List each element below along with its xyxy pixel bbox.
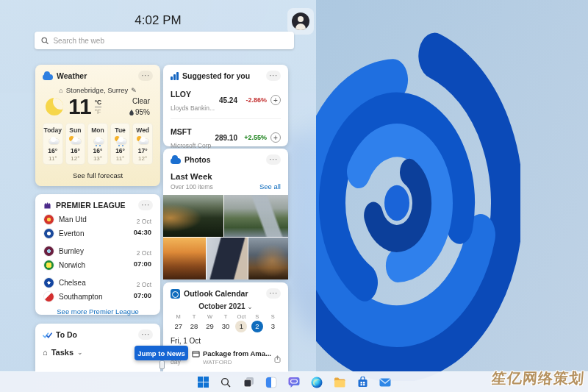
search-bar[interactable] [35,32,294,49]
todo-check-icon [43,331,52,339]
see-all-link[interactable]: See all [259,182,281,190]
taskbar-search-button[interactable] [217,374,234,391]
forecast-day[interactable]: Tue 16° 11° [110,123,131,165]
edit-location-icon[interactable]: ✎ [131,87,137,94]
widget-title: Weather [57,71,87,80]
clock: 4:02 PM [0,13,316,28]
stocks-widget[interactable]: Suggested for you ··· LLOY Lloyds Bankin… [163,65,288,146]
weather-condition: Clear [132,97,150,105]
chevron-down-icon: ⌄ [77,349,83,356]
search-icon [220,377,231,388]
see-full-forecast-link[interactable]: See full forecast [43,171,153,179]
humidity-droplet-icon [129,110,134,115]
todo-menu-button[interactable]: ··· [138,329,153,340]
microsoft-store-button[interactable] [354,374,371,391]
sun-cloud-icon [69,136,81,145]
weather-location[interactable]: ⌂ Stonebridge, Surrey ✎ [43,86,153,94]
add-to-watchlist-button[interactable]: + [270,132,281,143]
add-to-watchlist-button[interactable]: + [270,95,281,105]
folder-icon [334,377,345,388]
calendar-date[interactable]: 30 [220,321,232,332]
sun-rain-icon [115,136,126,145]
premier-league-widget[interactable]: PREMIER LEAGUE ··· Man Utd Everton 2 Oct… [35,194,160,315]
photos-menu-button[interactable]: ··· [266,154,281,165]
photos-widget[interactable]: Photos ··· Last Week Over 100 items See … [163,149,288,279]
forecast-day[interactable]: Mon 16° 13° [87,123,108,165]
widget-title: Suggested for you [182,71,250,80]
photo-thumbnail[interactable] [224,195,288,237]
package-icon [192,349,200,357]
photo-thumbnail[interactable] [207,238,248,279]
photo-thumbnail[interactable] [248,238,288,279]
stocks-menu-button[interactable]: ··· [266,71,281,81]
task-view-button[interactable] [240,374,257,391]
forecast-row: Today 16° 11° Sun 16° 12° Mon 16° 13° [43,123,153,165]
jump-to-news-button[interactable]: Jump to News [135,346,188,360]
widget-title: Photos [184,155,211,164]
cloudy-icon [47,136,59,145]
man-utd-crest-icon [44,215,54,224]
stock-row[interactable]: LLOY Lloyds Bankin... 45.24 -2.86% + [171,87,281,113]
rain-cloud-icon [92,136,104,145]
windows-start-icon [198,377,209,388]
search-icon [41,37,49,45]
edge-icon [311,377,323,388]
album-count: Over 100 items [171,183,213,190]
photo-mosaic [163,195,288,279]
southampton-crest-icon [44,292,54,302]
share-icon[interactable] [274,355,281,363]
album-title: Last Week [171,172,212,181]
widgets-button[interactable] [262,374,280,391]
task-view-icon [243,377,254,388]
calendar-menu-button[interactable]: ··· [266,288,281,299]
weather-cloud-icon [43,74,53,80]
fixture-row[interactable]: Man Utd Everton 2 Oct 04:30 [43,210,153,242]
fixture-row[interactable]: Burnley Norwich 2 Oct 07:00 [43,242,153,274]
cursor-beam [159,360,165,369]
weather-widget[interactable]: Weather ··· ⌂ Stonebridge, Surrey ✎ 11 °… [35,65,160,186]
watermark: 笙亿网络策划 [491,368,585,388]
widgets-icon [265,377,277,388]
stock-chart-icon [171,72,179,80]
forecast-day[interactable]: Sun 16° 12° [65,123,86,165]
fahrenheit-toggle[interactable]: °F [95,108,102,115]
stock-row[interactable]: MSFT Microsoft Corp 289.10 +2.55% + [171,118,281,151]
month-selector[interactable]: October 2021 ⌄ [171,302,281,310]
forecast-day[interactable]: Wed 17° 12° [132,123,153,165]
mail-button[interactable] [376,374,394,391]
store-icon [357,377,368,388]
home-icon: ⌂ [43,348,48,357]
mail-icon [379,378,391,387]
calendar-date-selected[interactable]: 2 [251,321,263,332]
chevron-down-icon: ⌄ [247,303,253,310]
fixture-row[interactable]: Chelsea Southampton 2 Oct 07:00 [43,274,153,305]
profile-button[interactable] [287,8,314,35]
humidity-value: 95% [135,107,150,118]
see-more-premier-league-link[interactable]: See more Premier League [43,307,153,316]
chat-button[interactable] [285,374,303,391]
widget-title: PREMIER LEAGUE [56,201,126,210]
selected-day-heading: Fri, 1 Oct [171,337,281,345]
forecast-day[interactable]: Today 16° 11° [43,123,63,165]
photo-thumbnail[interactable] [163,195,223,237]
celsius-toggle[interactable]: °C [95,99,102,107]
calendar-date[interactable]: 28 [188,321,200,332]
file-explorer-button[interactable] [331,374,348,391]
calendar-date[interactable]: 3 [267,321,279,332]
edge-browser-button[interactable] [308,374,326,391]
widgets-panel: 4:02 PM Weather ··· ⌂ Stonebridge, Surre… [0,0,316,371]
home-icon: ⌂ [59,87,62,94]
start-button[interactable] [194,374,212,391]
calendar-date[interactable]: 29 [204,321,216,332]
weather-menu-button[interactable]: ··· [138,71,153,81]
calendar-date[interactable]: 27 [173,321,184,332]
search-input[interactable] [53,37,287,45]
widget-title: Outlook Calendar [184,289,248,298]
onedrive-cloud-icon [171,158,181,164]
norwich-crest-icon [44,260,54,270]
league-menu-button[interactable]: ··· [138,200,153,210]
burnley-crest-icon [44,246,54,256]
photo-thumbnail[interactable] [163,238,206,279]
clear-night-icon [46,98,63,115]
calendar-date-highlighted[interactable]: 1 [235,321,247,332]
